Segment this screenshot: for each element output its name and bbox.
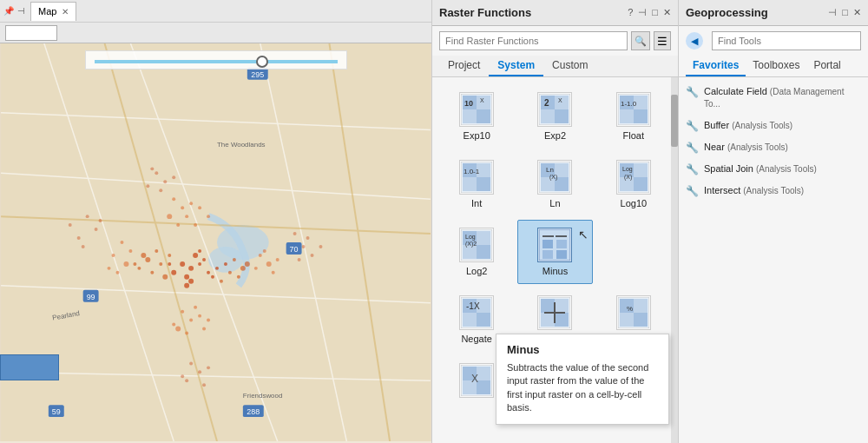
geo-pin-icon[interactable]: ⊣ [828,7,837,18]
geo-search-input[interactable] [712,31,861,50]
svg-point-23 [171,270,176,275]
scrollbar-track[interactable] [671,77,678,443]
geo-tabs: Favorites Toolboxes Portal [679,56,868,77]
geoprocessing-panel: Geoprocessing ⊣ □ ✕ ◀ Favorites Toolboxe… [679,0,868,443]
map-search-input[interactable] [5,25,57,41]
scrollbar-thumb[interactable] [671,95,678,147]
func-minus[interactable]: Minus ↖ [517,220,592,284]
func-ln[interactable]: Ln(X) Ln [517,152,592,216]
func-exp2-icon: 2X [537,92,572,127]
svg-point-62 [207,215,210,218]
svg-rect-146 [634,163,648,177]
geo-tab-portal[interactable]: Portal [806,56,847,76]
svg-point-44 [112,254,115,257]
close-icon[interactable]: ✕ [663,7,671,18]
tab-project[interactable]: Project [439,56,489,76]
geo-item-spatial-join[interactable]: 🔧 Spatial Join (Analysis Tools) [679,158,868,180]
geo-item-intersect[interactable]: 🔧 Intersect (Analysis Tools) [679,180,868,202]
float-icon[interactable]: □ [652,7,658,18]
empty-slot [596,220,666,284]
question-icon[interactable]: ? [628,7,633,18]
svg-point-91 [189,361,193,365]
svg-rect-148 [634,177,648,191]
pin2-icon[interactable]: ⊣ [638,7,647,18]
func-exp10[interactable]: 10X Exp10 [439,84,514,149]
wrench-icon-4: 🔧 [686,163,699,175]
func-negate-icon: -1X [459,295,494,330]
slider-container [85,50,347,69]
svg-point-50 [266,261,272,267]
svg-rect-162 [556,240,567,248]
opacity-slider[interactable] [95,60,338,63]
func-log10-label: Log10 [621,198,648,208]
svg-point-67 [198,314,201,318]
svg-point-21 [188,279,194,284]
geo-tab-favorites[interactable]: Favorites [686,56,746,76]
svg-point-70 [207,319,210,322]
svg-text:10: 10 [464,99,473,108]
func-minus-icon [537,228,572,262]
func-log2[interactable]: Log(X)2 Log2 [439,220,514,284]
map-panel: 📌 ⊣ Map ✕ [0,0,431,443]
map-search-bar [0,23,431,43]
svg-point-51 [254,267,258,270]
raster-search-input[interactable] [439,31,628,50]
func-plus-icon [537,295,572,330]
geo-item-buffer[interactable]: 🔧 Buffer (Analysis Tools) [679,115,868,136]
func-int[interactable]: 1.0-1 Int [439,152,514,216]
func-exp2[interactable]: 2X Exp2 [517,84,592,149]
map-tab[interactable]: Map ✕ [30,2,76,21]
geo-close-icon[interactable]: ✕ [853,7,861,18]
svg-point-63 [194,223,197,227]
map-content[interactable]: Pearland Manbal The Woodlands Friendswoo… [0,43,431,441]
svg-rect-186 [477,367,490,380]
svg-point-35 [133,262,136,266]
svg-rect-172 [541,299,555,313]
geo-items-list: 🔧 Calculate Field (Data Management To...… [679,77,868,443]
raster-menu-button[interactable]: ☰ [654,31,671,50]
svg-point-38 [240,266,246,271]
svg-rect-168 [463,313,477,327]
func-ln-label: Ln [549,198,560,208]
svg-point-72 [172,323,175,327]
svg-point-40 [237,275,240,279]
svg-point-14 [198,262,201,266]
svg-point-60 [176,223,180,227]
svg-point-32 [162,274,168,280]
svg-point-65 [189,319,193,322]
svg-point-42 [220,280,223,283]
map-tab-close[interactable]: ✕ [62,7,69,17]
geo-float-icon[interactable]: □ [842,7,848,18]
geo-back-button[interactable]: ◀ [686,32,703,50]
geo-item-3-text: Near (Analysis Tools) [704,141,788,153]
svg-point-25 [184,283,189,288]
svg-point-96 [202,383,206,387]
pin-icon: 📌 [3,6,14,16]
svg-rect-135 [477,177,490,191]
raster-search-button[interactable]: 🔍 [631,31,650,50]
svg-rect-121 [541,109,555,123]
raster-panel-header: Raster Functions ? ⊣ □ ✕ [432,0,678,26]
svg-point-36 [168,254,171,257]
svg-text:59: 59 [52,407,61,416]
svg-point-93 [185,379,188,382]
geo-item-calculate-field[interactable]: 🔧 Calculate Field (Data Management To... [679,81,868,115]
tab-custom[interactable]: Custom [543,56,596,76]
func-minus-label: Minus [542,266,568,276]
svg-rect-181 [620,313,634,327]
svg-point-73 [86,215,89,218]
tab-system[interactable]: System [489,56,543,76]
func-log10[interactable]: Log(X) Log10 [596,152,671,216]
svg-text:1.0-1: 1.0-1 [464,168,480,175]
svg-rect-174 [541,313,555,327]
raster-tab-bar: Project System Custom [432,56,678,77]
svg-rect-129 [634,109,648,123]
func-float[interactable]: 1-1.0 Float [596,84,671,149]
svg-point-13 [188,266,194,271]
functions-container: 10X Exp10 2X Exp2 1-1.0 Float [432,77,678,443]
raster-functions-panel: Raster Functions ? ⊣ □ ✕ 🔍 ☰ Project Sys… [431,0,679,443]
geo-item-near[interactable]: 🔧 Near (Analysis Tools) [679,136,868,158]
geo-tab-toolboxes[interactable]: Toolboxes [746,56,806,76]
tooltip-text: Subtracts the value of the second input … [507,361,658,415]
svg-point-61 [198,206,201,209]
